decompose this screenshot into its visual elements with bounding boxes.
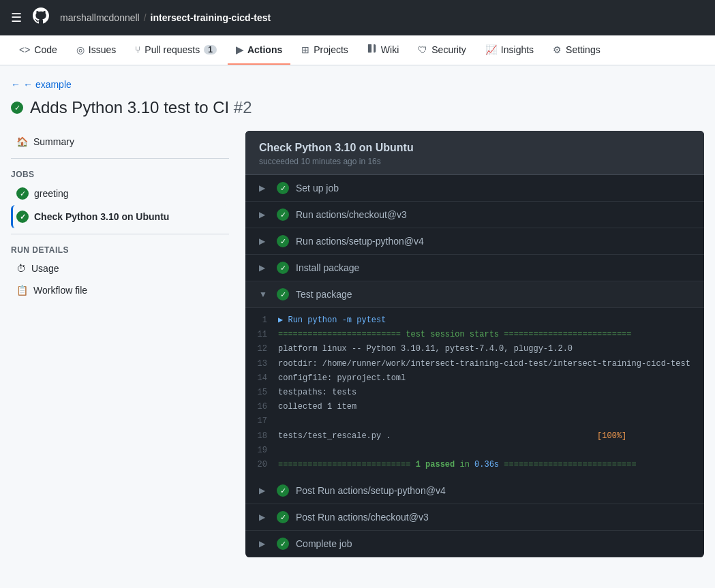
step-post-run-setup-python[interactable]: ▶ ✓ Post Run actions/setup-python@v4 [245, 478, 704, 504]
log-line-num: 17 [254, 415, 278, 428]
nav-pull-requests[interactable]: ⑂ Pull requests 1 [127, 36, 225, 65]
page-title-text: Adds Python 3.10 test to CI [30, 98, 229, 117]
log-line: 18 tests/test_rescale.py . [100%] [245, 429, 704, 444]
step-success-icon: ✓ [277, 538, 289, 550]
chevron-right-icon: ▶ [259, 263, 270, 273]
log-line-text: ▶ Run python -m pytest [278, 314, 386, 327]
step-run-setup-python[interactable]: ▶ ✓ Run actions/setup-python@v4 [245, 228, 704, 255]
nav-projects-label: Projects [314, 44, 348, 55]
step-post-run-checkout[interactable]: ▶ ✓ Post Run actions/checkout@v3 [245, 504, 704, 531]
sidebar-usage[interactable]: ⏱ Usage [11, 258, 229, 279]
step-label: Run actions/setup-python@v4 [296, 236, 424, 247]
nav-projects[interactable]: ⊞ Projects [293, 36, 356, 65]
step-success-icon: ✓ [277, 288, 289, 300]
chevron-right-icon: ▶ [259, 486, 270, 495]
log-line: 17 [245, 414, 704, 429]
step-label: Complete job [296, 538, 352, 549]
workflow-file-icon: 📋 [16, 285, 28, 296]
step-install-package[interactable]: ▶ ✓ Install package [245, 255, 704, 281]
nav-security[interactable]: 🛡 Security [410, 36, 474, 65]
step-test-package-header[interactable]: ▼ ✓ Test package [245, 281, 704, 308]
log-line-text: collected 1 item [278, 401, 356, 414]
step-success-icon: ✓ [277, 262, 289, 274]
step-success-icon: ✓ [277, 484, 289, 497]
nav-issues-label: Issues [89, 44, 116, 55]
nav-settings[interactable]: ⚙ Settings [545, 36, 609, 65]
step-run-checkout[interactable]: ▶ ✓ Run actions/checkout@v3 [245, 202, 704, 228]
sidebar-item-summary[interactable]: 🏠 Summary [11, 131, 229, 153]
pull-requests-icon: ⑂ [135, 44, 140, 55]
log-line-num: 13 [254, 358, 278, 371]
sidebar-job-check-python[interactable]: ✓ Check Python 3.10 on Ubuntu [11, 205, 229, 228]
sidebar-job-check-python-label: Check Python 3.10 on Ubuntu [34, 211, 169, 222]
hamburger-icon[interactable]: ☰ [11, 10, 22, 25]
step-label: Test package [296, 289, 352, 300]
log-line-num: 19 [254, 444, 278, 457]
log-line: 16 collected 1 item [245, 400, 704, 414]
breadcrumb: marshallmcdonnell / intersect-training-c… [60, 12, 271, 23]
nav-insights[interactable]: 📈 Insights [477, 36, 542, 65]
main-panel: Check Python 3.10 on Ubuntu succeeded 10… [245, 131, 704, 557]
page-title: Adds Python 3.10 test to CI #2 [30, 98, 252, 117]
projects-icon: ⊞ [301, 44, 309, 55]
nav-wiki[interactable]: Wiki [359, 35, 407, 65]
log-line-text: tests/test_rescale.py . [100%] [278, 430, 626, 443]
log-line-num: 16 [254, 401, 278, 414]
nav-code[interactable]: <> Code [11, 36, 65, 65]
back-link-label: ← example [23, 79, 72, 90]
owner-name[interactable]: marshallmcdonnell [60, 12, 140, 23]
settings-icon: ⚙ [553, 44, 562, 55]
content-area: ← ← example ✓ Adds Python 3.10 test to C… [0, 65, 715, 571]
security-icon: 🛡 [418, 44, 427, 55]
step-test-package-expanded: ▼ ✓ Test package 1 ▶ Run python -m pytes… [245, 281, 704, 478]
sidebar-usage-label: Usage [31, 263, 59, 274]
run-number: #2 [234, 98, 252, 117]
panel-meta: succeeded 10 minutes ago in 16s [259, 157, 690, 166]
step-label: Post Run actions/checkout@v3 [296, 512, 429, 523]
log-line: 13 rootdir: /home/runner/work/intersect-… [245, 357, 704, 371]
log-container: 1 ▶ Run python -m pytest 11 ============… [245, 308, 704, 478]
log-line-num: 12 [254, 343, 278, 356]
breadcrumb-separator: / [144, 12, 147, 23]
sidebar-run-details-title: Run details [11, 240, 229, 258]
log-line-num: 18 [254, 430, 278, 443]
nav-insights-label: Insights [501, 44, 534, 55]
step-success-icon: ✓ [277, 511, 289, 523]
log-line-num: 20 [254, 459, 278, 471]
top-nav: ☰ marshallmcdonnell / intersect-training… [0, 0, 715, 35]
sidebar-workflow-file-label: Workflow file [33, 285, 87, 296]
repo-name[interactable]: intersect-training-cicd-test [151, 12, 271, 23]
chevron-right-icon: ▶ [259, 183, 270, 193]
sidebar-job-greeting[interactable]: ✓ greeting [11, 182, 229, 205]
insights-icon: 📈 [485, 44, 497, 55]
nav-issues[interactable]: ◎ Issues [68, 36, 124, 65]
greeting-status-icon: ✓ [16, 187, 29, 200]
panel-title: Check Python 3.10 on Ubuntu [259, 142, 690, 154]
step-complete-job[interactable]: ▶ ✓ Complete job [245, 531, 704, 557]
step-set-up-job[interactable]: ▶ ✓ Set up job [245, 175, 704, 202]
panel-header: Check Python 3.10 on Ubuntu succeeded 10… [245, 131, 704, 175]
repo-nav: <> Code ◎ Issues ⑂ Pull requests 1 ▶ Act… [0, 35, 715, 65]
log-line-text: platform linux -- Python 3.10.11, pytest… [278, 343, 573, 356]
step-label: Set up job [296, 183, 339, 194]
back-arrow-icon: ← [11, 79, 20, 90]
nav-actions[interactable]: ▶ Actions [228, 36, 290, 65]
sidebar-workflow-file[interactable]: 📋 Workflow file [11, 279, 229, 301]
run-status-icon: ✓ [11, 102, 23, 114]
nav-security-label: Security [431, 44, 466, 55]
sidebar-divider-2 [11, 234, 229, 234]
chevron-right-icon: ▶ [259, 512, 270, 522]
nav-pull-requests-label: Pull requests [144, 44, 200, 55]
back-link[interactable]: ← ← example [11, 79, 704, 90]
issues-icon: ◎ [76, 44, 85, 55]
log-line: 11 ========================= test sessio… [245, 328, 704, 342]
sidebar-jobs-title: Jobs [11, 164, 229, 182]
step-label: Run actions/checkout@v3 [296, 209, 407, 220]
log-line: 20 =========================== 1 passed … [245, 458, 704, 472]
nav-wiki-label: Wiki [381, 44, 399, 55]
log-line-text: testpaths: tests [278, 386, 356, 399]
log-line-text: ========================= test session s… [278, 328, 631, 341]
log-line-text: rootdir: /home/runner/work/intersect-tra… [278, 358, 690, 371]
github-logo[interactable] [33, 7, 49, 28]
page-title-area: ✓ Adds Python 3.10 test to CI #2 [11, 98, 704, 117]
